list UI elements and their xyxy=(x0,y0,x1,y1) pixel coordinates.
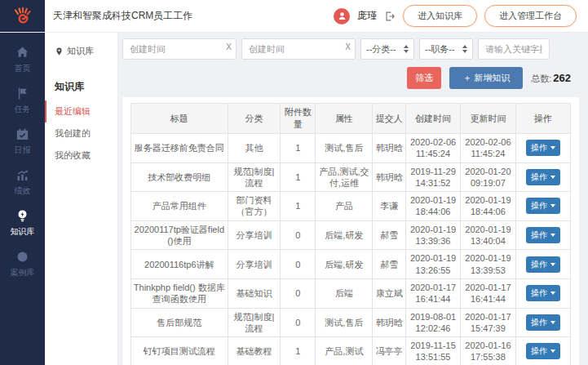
cell-attachments: 1 xyxy=(281,192,316,221)
col-updated[interactable]: 更新时间 xyxy=(461,104,515,134)
updated-time: 18:44:06 xyxy=(462,206,513,217)
created-date: 2020-01-19 xyxy=(408,194,458,206)
updated-time: 13:40:04 xyxy=(462,235,513,247)
total-count: 总数:262 xyxy=(531,72,571,85)
cell-title: Thinkphp field() 数据库查询函数使用 xyxy=(131,278,228,308)
table-row: 服务器迁移前免责合同 其他 1 测试,售后 韩玥晗 2020-02-06 11:… xyxy=(131,134,571,163)
row-action-button[interactable]: 操作 xyxy=(526,140,560,156)
col-created[interactable]: 创建时间 xyxy=(405,104,460,134)
row-action-button[interactable]: 操作 xyxy=(526,169,560,185)
col-attachments[interactable]: 附件数量 xyxy=(281,104,316,134)
table-row: 售后部规范 规范|制度|流程 0 测试,售后 韩玥晗 2019-08-01 12… xyxy=(131,308,571,337)
cell-submitter: 康立斌 xyxy=(373,278,405,308)
table-row: Thinkphp field() 数据库查询函数使用 基础知识 0 后端 康立斌… xyxy=(131,278,571,308)
nav-label: 绩效 xyxy=(15,185,31,197)
row-action-button[interactable]: 操作 xyxy=(526,343,560,359)
updated-time: 15:47:39 xyxy=(462,323,513,334)
row-action-label: 操作 xyxy=(531,345,547,357)
logout-icon[interactable] xyxy=(384,11,396,22)
cell-category: 分享培训 xyxy=(228,250,281,279)
date-from-wrap: X xyxy=(122,38,237,60)
created-date: 2020-01-19 xyxy=(408,224,458,235)
cell-created: 2020-01-19 13:39:36 xyxy=(405,220,460,250)
cell-attributes: 产品 xyxy=(316,192,373,221)
app-logo xyxy=(0,0,45,32)
col-submitter[interactable]: 提交人 xyxy=(373,104,405,134)
row-action-button[interactable]: 操作 xyxy=(526,198,560,214)
row-action-button[interactable]: 操作 xyxy=(526,285,560,301)
chevron-down-icon xyxy=(550,146,555,149)
cell-submitter: 李谦 xyxy=(373,192,405,221)
cell-submitter: 韩玥晗 xyxy=(373,162,405,192)
cell-updated: 2020-01-16 17:55:38 xyxy=(461,337,515,365)
created-date: 2019-08-01 xyxy=(408,311,458,323)
nav-rail: 首页 任务 日报 绩效 知识库 案例库 xyxy=(0,33,45,365)
cell-submitter: 韩玥晗 xyxy=(373,308,405,337)
clear-date-to-icon[interactable]: X xyxy=(345,43,351,51)
cell-created: 2019-11-29 14:31:52 xyxy=(405,162,460,192)
enter-admin-workbench-button[interactable]: 进入管理工作台 xyxy=(484,5,577,27)
category-select[interactable]: --分类-- xyxy=(360,38,414,60)
nav-label: 日报 xyxy=(15,145,31,156)
cell-created: 2020-01-19 18:44:06 xyxy=(405,192,460,221)
nav-item-daily-report[interactable]: 日报 xyxy=(0,121,45,162)
nav-label: 知识库 xyxy=(11,226,35,238)
cell-category: 其他 xyxy=(228,134,281,163)
sidebar-item-my-favorites[interactable]: 我的收藏 xyxy=(45,145,117,167)
cell-submitter: 韩玥晗 xyxy=(373,134,405,163)
nav-item-home[interactable]: 首页 xyxy=(0,39,45,80)
clear-date-from-icon[interactable]: X xyxy=(226,43,232,51)
cell-attributes: 后端,研发 xyxy=(316,250,373,279)
row-action-button[interactable]: 操作 xyxy=(526,227,560,243)
total-label: 总数: xyxy=(531,73,551,83)
date-to-input[interactable] xyxy=(241,38,356,60)
add-knowledge-button[interactable]: ＋ 新增知识 xyxy=(449,67,523,89)
created-date: 2019-11-15 xyxy=(408,340,458,351)
created-time: 13:51:55 xyxy=(408,351,458,363)
sidebar-item-created-by-me[interactable]: 我创建的 xyxy=(45,122,117,145)
nav-item-case-library[interactable]: 案例库 xyxy=(0,243,45,284)
cell-attributes: 后端,研发 xyxy=(316,220,373,250)
sidebar-section-title: 知识库 xyxy=(45,67,117,100)
enter-knowledge-base-button[interactable]: 进入知识库 xyxy=(403,5,477,27)
col-attributes[interactable]: 属性 xyxy=(316,104,373,134)
nav-label: 首页 xyxy=(15,63,31,74)
sidebar-item-recent-edits[interactable]: 最近编辑 xyxy=(45,100,117,122)
cell-actions: 操作 xyxy=(515,250,570,279)
nav-item-performance[interactable]: 绩效 xyxy=(0,162,45,203)
updated-time: 13:39:53 xyxy=(462,265,513,276)
map-pin-icon xyxy=(55,47,64,56)
cell-actions: 操作 xyxy=(515,162,570,192)
cell-updated: 2020-01-19 18:44:06 xyxy=(461,192,515,221)
created-time: 16:41:44 xyxy=(408,293,458,305)
date-from-input[interactable] xyxy=(122,38,237,60)
updated-date: 2020-02-06 xyxy=(462,136,513,148)
top-header: 天津和智聚成科技CRM员工工作 庞瑾 进入知识库 进入管理工作台 xyxy=(0,0,588,33)
nav-item-knowledge-base[interactable]: 知识库 xyxy=(0,203,45,243)
cell-title: 20200117tp验证器field()使用 xyxy=(131,220,228,250)
updated-date: 2020-01-20 xyxy=(462,166,513,177)
chevron-down-icon xyxy=(550,234,555,237)
updated-date: 2020-01-17 xyxy=(462,282,513,293)
col-title[interactable]: 标题 xyxy=(131,104,228,134)
cell-title: 产品常用组件 xyxy=(131,192,228,221)
created-time: 18:44:06 xyxy=(408,206,458,217)
cell-updated: 2020-01-19 13:39:53 xyxy=(461,250,515,279)
row-action-button[interactable]: 操作 xyxy=(526,314,560,331)
row-action-button[interactable]: 操作 xyxy=(526,256,560,273)
row-action-label: 操作 xyxy=(531,142,547,154)
avatar[interactable] xyxy=(334,8,350,24)
cell-title: 钉钉项目测试流程 xyxy=(131,337,228,365)
cell-category: 分享培训 xyxy=(228,220,281,250)
chevron-down-icon xyxy=(550,263,555,266)
created-time: 14:31:52 xyxy=(408,177,458,189)
role-select[interactable]: --职务-- xyxy=(419,38,473,60)
keyword-search-input[interactable] xyxy=(478,38,550,60)
cell-category: 规范|制度|流程 xyxy=(228,162,281,192)
page-title: 天津和智聚成科技CRM员工工作 xyxy=(45,0,192,32)
cell-attributes: 产品,测试 xyxy=(316,337,373,365)
filter-button[interactable]: 筛选 xyxy=(407,67,441,89)
nav-item-tasks[interactable]: 任务 xyxy=(0,80,45,121)
col-category[interactable]: 分类 xyxy=(228,104,281,134)
created-date: 2020-02-06 xyxy=(408,136,458,148)
